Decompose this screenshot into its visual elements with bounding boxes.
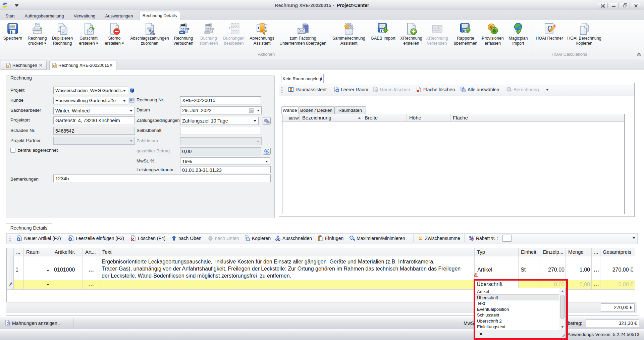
svg-text:€: € (7, 65, 8, 67)
svg-text:$: $ (493, 28, 496, 33)
svg-text:Σ: Σ (419, 236, 422, 241)
